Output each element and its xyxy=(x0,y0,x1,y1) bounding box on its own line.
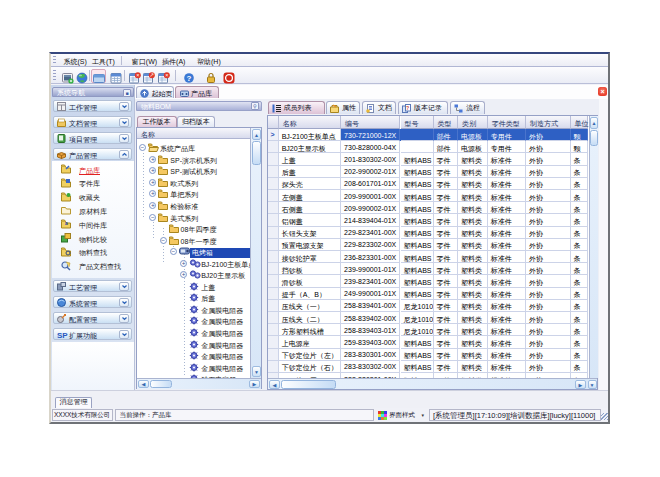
svg-text:SP: SP xyxy=(57,331,68,339)
svg-text:↗: ↗ xyxy=(149,72,154,78)
svg-text:?: ? xyxy=(187,74,192,83)
svg-text:a: a xyxy=(65,220,68,226)
svg-text:×: × xyxy=(165,72,168,78)
svg-text:×: × xyxy=(136,72,139,78)
svg-text:?: ? xyxy=(406,105,409,111)
